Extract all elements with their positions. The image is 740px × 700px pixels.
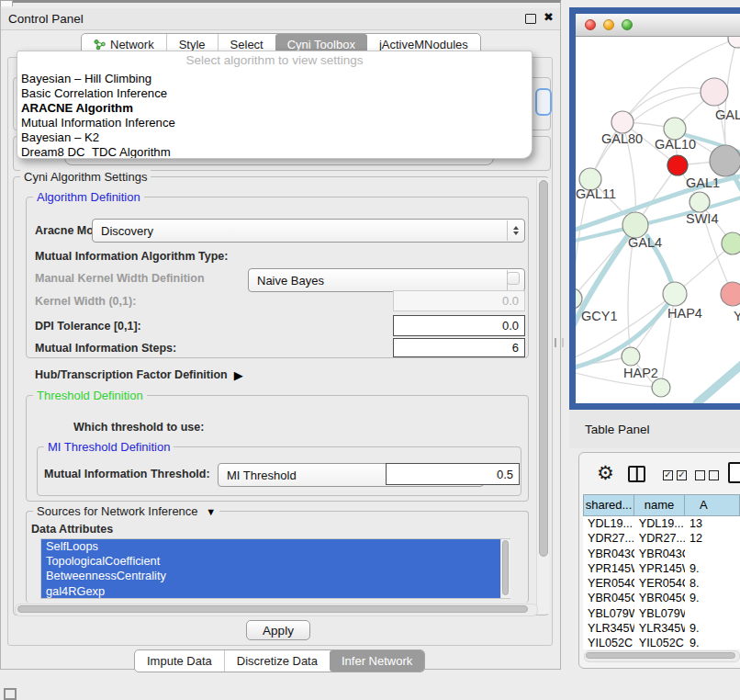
kernel-width-field[interactable]: 0.0 bbox=[393, 290, 525, 311]
network-node-label[interactable]: Y bbox=[734, 309, 740, 323]
network-node[interactable] bbox=[622, 212, 648, 238]
corner-widget-icon[interactable] bbox=[4, 688, 17, 700]
column-header-shared[interactable]: shared... bbox=[583, 494, 634, 516]
node-table[interactable]: shared...nameAYDL19...YDL19...13YDR27...… bbox=[583, 494, 740, 649]
hub-definition-expander[interactable]: Hub/Transcription Factor Definition ▶ bbox=[35, 367, 243, 383]
close-icon[interactable]: ✖ bbox=[544, 10, 554, 24]
settings-hscrollbar-thumb[interactable] bbox=[17, 605, 528, 613]
attribute-item-betweennesscentrality[interactable]: BetweennessCentrality bbox=[41, 569, 510, 583]
checked-checkbox-icon[interactable]: ✓ bbox=[663, 470, 673, 480]
network-node[interactable] bbox=[721, 282, 740, 306]
settings-scrollbar-track[interactable] bbox=[536, 178, 549, 614]
expander-down-arrow-icon[interactable]: ▼ bbox=[206, 506, 216, 517]
table-cell: YLR345W bbox=[583, 621, 634, 636]
document-icon[interactable] bbox=[728, 462, 740, 483]
attribute-list-scrollbar-thumb[interactable] bbox=[502, 540, 509, 595]
mi-threshold-value: 0.5 bbox=[497, 468, 513, 481]
table-row[interactable]: YLR345WYLR345W9. bbox=[583, 621, 740, 636]
table-row[interactable]: YDR27...YDR27...12 bbox=[583, 531, 740, 546]
attribute-item-selfloops[interactable]: SelfLoops bbox=[41, 539, 510, 554]
settings-hscrollbar-track[interactable] bbox=[15, 604, 538, 616]
algorithm-option-aracne-algorithm[interactable]: ARACNE Algorithm bbox=[17, 101, 532, 116]
table-hscrollbar-track[interactable] bbox=[584, 650, 740, 662]
network-node-label[interactable]: HAP2 bbox=[623, 366, 658, 380]
data-attributes-list[interactable]: SelfLoopsTopologicalCoefficientBetweenne… bbox=[40, 538, 510, 599]
attribute-item-topologicalcoefficient[interactable]: TopologicalCoefficient bbox=[41, 554, 510, 569]
settings-scrollbar-thumb[interactable] bbox=[539, 180, 548, 557]
algorithm-definition-title: Algorithm Definition bbox=[33, 190, 144, 204]
network-node[interactable] bbox=[710, 145, 740, 176]
mi-threshold-field[interactable]: 0.5 bbox=[386, 463, 520, 485]
traffic-light-zoom-icon[interactable] bbox=[622, 19, 633, 30]
network-node[interactable] bbox=[663, 282, 687, 306]
network-node-label[interactable]: HAP4 bbox=[667, 306, 702, 321]
table-row[interactable]: YPR145WYPR145W9. bbox=[583, 561, 740, 576]
attribute-list-scrollbar-track[interactable] bbox=[500, 539, 510, 598]
network-window-titlebar[interactable] bbox=[576, 14, 740, 37]
network-node-label[interactable]: GCY1 bbox=[581, 309, 618, 323]
algorithm-option-mutual-information-inference[interactable]: Mutual Information Inference bbox=[17, 116, 532, 130]
table-cell: 13 bbox=[685, 516, 740, 531]
table-row[interactable]: YBL079WYBL079W bbox=[583, 606, 740, 621]
sources-title-row: Sources for Network Inference ▼ bbox=[33, 504, 219, 518]
table-cell: YDL19... bbox=[634, 516, 685, 531]
algorithm-option-bayesian-k2[interactable]: Bayesian – K2 bbox=[17, 130, 532, 145]
network-canvas[interactable]: GALGAL80GAL10GAL1GAL11SWI4GAL4GCY1HAP4YH… bbox=[576, 37, 740, 403]
network-node-label[interactable]: GAL80 bbox=[601, 131, 643, 146]
table-row[interactable]: YBR043CYBR043C bbox=[583, 547, 740, 561]
unchecked-checkbox-icon[interactable] bbox=[709, 470, 719, 480]
network-node-label[interactable]: GAL1 bbox=[686, 175, 720, 190]
network-node[interactable] bbox=[722, 232, 740, 254]
checked-checkbox-icon[interactable]: ✓ bbox=[677, 470, 687, 480]
mi-algorithm-type-combo[interactable]: Naive Bayes bbox=[248, 268, 525, 292]
network-node-label[interactable]: GAL4 bbox=[628, 235, 662, 250]
cyni-algorithm-settings-title: Cyni Algorithm Settings bbox=[20, 170, 151, 184]
network-node[interactable] bbox=[701, 78, 728, 106]
mi-steps-field[interactable]: 6 bbox=[393, 338, 525, 357]
algorithm-combo-fragment[interactable] bbox=[535, 88, 552, 116]
table-row[interactable]: YBR045CYBR045C9. bbox=[583, 591, 740, 605]
table-cell: YER054C bbox=[583, 576, 634, 591]
column-header-name[interactable]: name bbox=[634, 494, 685, 516]
expander-right-arrow-icon[interactable]: ▶ bbox=[234, 368, 243, 382]
apply-button[interactable]: Apply bbox=[246, 620, 310, 640]
attribute-item-gal4rgexp[interactable]: gal4RGexp bbox=[41, 584, 510, 599]
network-node[interactable] bbox=[611, 111, 633, 133]
aracne-mode-combo[interactable]: Discovery bbox=[92, 219, 525, 243]
table-cell: 9. bbox=[685, 561, 740, 576]
dpi-tolerance-field[interactable]: 0.0 bbox=[393, 315, 525, 336]
float-window-icon[interactable] bbox=[525, 14, 536, 24]
panel-splitter-handle[interactable] bbox=[555, 338, 564, 347]
table-row[interactable]: YIL052CYIL052C9. bbox=[583, 636, 740, 649]
traffic-light-minimize-icon[interactable] bbox=[603, 19, 614, 30]
stepper-icon[interactable] bbox=[507, 220, 523, 241]
algorithm-option-dream8-dc-tdc-algorithm[interactable]: Dream8 DC_TDC Algorithm bbox=[17, 145, 532, 159]
kernel-width-label: Kernel Width (0,1): bbox=[35, 290, 136, 311]
manual-kernel-width-label: Manual Kernel Width Definition bbox=[35, 270, 205, 287]
network-node-label[interactable]: GAL bbox=[715, 107, 740, 122]
network-node-label[interactable]: GAL10 bbox=[655, 137, 696, 152]
network-node[interactable] bbox=[690, 192, 710, 212]
network-node-label[interactable]: GAL11 bbox=[576, 186, 616, 201]
algorithm-option-bayesian-hill-climbing[interactable]: Bayesian – Hill Climbing bbox=[17, 72, 532, 86]
tab-impute-data[interactable]: Impute Data bbox=[135, 650, 224, 672]
manual-kernel-width-checkbox[interactable] bbox=[507, 272, 520, 285]
network-node[interactable] bbox=[652, 378, 670, 397]
column-layout-icon[interactable] bbox=[628, 466, 645, 482]
table-hscrollbar-thumb[interactable] bbox=[586, 652, 735, 659]
algorithm-option-basic-correlation-inference[interactable]: Basic Correlation Inference bbox=[17, 86, 532, 101]
unchecked-checkbox-icon[interactable] bbox=[695, 470, 705, 480]
mi-threshold-label: Mutual Information Threshold: bbox=[44, 463, 210, 485]
gear-icon[interactable]: ⚙ bbox=[597, 463, 614, 482]
network-node[interactable] bbox=[622, 347, 640, 366]
table-row[interactable]: YDL19...YDL19...13 bbox=[583, 516, 740, 531]
tab-discretize-data[interactable]: Discretize Data bbox=[224, 650, 330, 672]
table-cell: YBR043C bbox=[583, 547, 634, 561]
table-row[interactable]: YER054CYER054C8. bbox=[583, 576, 740, 591]
network-node[interactable] bbox=[667, 155, 688, 175]
traffic-light-close-icon[interactable] bbox=[585, 19, 596, 30]
network-node-label[interactable]: SWI4 bbox=[686, 211, 718, 226]
tab-infer-network[interactable]: Infer Network bbox=[330, 650, 424, 672]
network-node[interactable] bbox=[728, 37, 740, 48]
column-header-a[interactable]: A bbox=[685, 494, 740, 516]
